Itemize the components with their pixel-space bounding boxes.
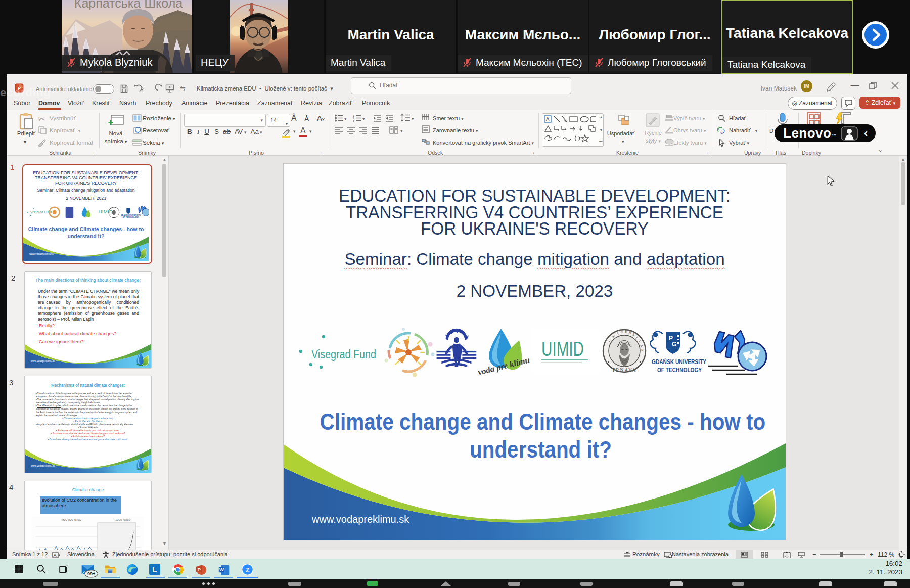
svg-text:Visegrad Fund: Visegrad Fund xyxy=(30,210,52,214)
svg-text:A: A xyxy=(54,553,57,558)
svg-text:GDAŃSK UNIVERSITY: GDAŃSK UNIVERSITY xyxy=(652,358,706,366)
svg-text:Z: Z xyxy=(245,566,249,574)
svg-text:Карпатська Школа: Карпатська Школа xyxy=(74,0,183,10)
svg-text:GDAŃSK UNIVERSITY: GDAŃSK UNIVERSITY xyxy=(121,214,141,216)
svg-text:A: A xyxy=(546,116,550,122)
svg-text:P: P xyxy=(197,567,201,572)
svg-text:L: L xyxy=(152,565,157,574)
svg-text:1000 rokov: 1000 rokov xyxy=(115,518,130,521)
svg-text:3: 3 xyxy=(353,119,354,122)
svg-text:TRNAVA: TRNAVA xyxy=(612,368,636,373)
svg-text:OF TECHNOLOGY: OF TECHNOLOGY xyxy=(122,216,139,218)
svg-text:W: W xyxy=(219,567,224,572)
svg-text:800 000 rokov: 800 000 rokov xyxy=(62,518,81,521)
svg-text:E: E xyxy=(625,329,627,334)
svg-text:OF TECHNOLOGY: OF TECHNOLOGY xyxy=(657,366,702,374)
svg-text:Visegrad Fund: Visegrad Fund xyxy=(311,348,376,361)
svg-text:UIMID: UIMID xyxy=(99,209,113,214)
svg-text:c: c xyxy=(721,130,723,134)
svg-text:UIMID: UIMID xyxy=(541,338,584,360)
svg-text:99+: 99+ xyxy=(87,571,95,576)
svg-text:G: G xyxy=(672,341,676,348)
